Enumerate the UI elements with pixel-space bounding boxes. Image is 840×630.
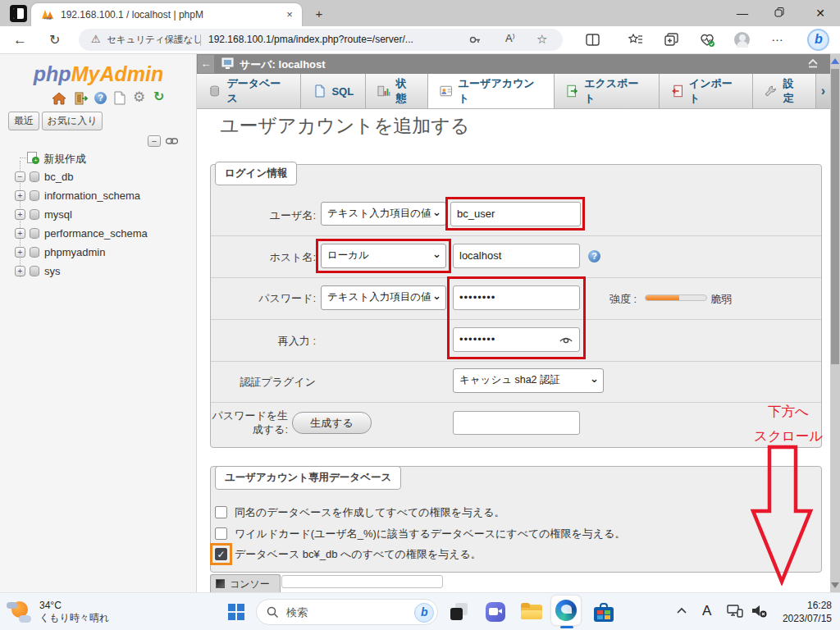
refresh-button[interactable]: ↻ (49, 32, 60, 48)
server-label[interactable]: サーバ: localhost (240, 57, 326, 72)
database-icon (30, 247, 39, 258)
expand-expander-icon[interactable]: + (15, 190, 25, 201)
import-icon (671, 84, 683, 98)
expand-expander-icon[interactable]: + (15, 247, 25, 258)
favorites-button[interactable]: お気に入り (42, 112, 103, 130)
user-database-legend: ユーザアカウント専用データベース (215, 466, 401, 490)
settings-more-icon[interactable]: … (771, 30, 784, 43)
recent-tables-button[interactable]: 最近 (8, 112, 39, 130)
weather-widget[interactable]: 34°C くもり時々晴れ (7, 597, 220, 627)
grant-bc_db-label[interactable]: データベース bc¥_db へのすべての権限を与える。 (235, 547, 482, 562)
start-button[interactable] (221, 597, 251, 627)
window-minimize-button[interactable]: — (730, 7, 755, 21)
tab-groups-icon[interactable] (664, 33, 679, 47)
home-icon[interactable] (52, 92, 66, 105)
security-warning-icon: ⚠ (91, 33, 101, 45)
username-type-select[interactable]: テキスト入力項目の値 (321, 202, 446, 226)
vertical-scrollbar[interactable] (830, 54, 840, 592)
store-bag-icon (594, 603, 614, 622)
logout-door-icon[interactable] (74, 92, 88, 105)
bing-chat-icon[interactable]: b (807, 29, 829, 51)
username-label: ユーザ名: (212, 208, 316, 223)
network-icon[interactable] (727, 604, 743, 619)
generate-button[interactable]: 生成する (292, 412, 372, 434)
wildcard-db-label[interactable]: ワイルドカード(ユーザ名_%)に該当するデータベースにすべての権限を与える。 (235, 527, 625, 541)
reload-navigation-icon[interactable]: ↻ (153, 89, 164, 104)
scroll-down-arrow-icon[interactable] (831, 582, 839, 588)
nav-back-button[interactable]: ← (198, 55, 214, 73)
tray-clock[interactable]: 16:28 2023/07/15 (783, 599, 832, 625)
tab-import[interactable]: インポート (660, 74, 754, 108)
expand-expander-icon[interactable]: + (15, 228, 25, 239)
volume-muted-icon[interactable] (751, 604, 768, 618)
favorite-star-icon[interactable]: ☆ (536, 32, 547, 47)
docs-icon[interactable] (114, 91, 126, 105)
create-same-db-label[interactable]: 同名のデータベースを作成してすべての権限を与える。 (235, 505, 505, 520)
ime-mode-indicator[interactable]: A (702, 603, 711, 619)
create-same-db-checkbox[interactable] (215, 506, 227, 518)
split-screen-icon[interactable] (586, 33, 600, 47)
tab-close-icon[interactable]: × (282, 7, 297, 22)
collapse-all-icon[interactable]: − (148, 135, 161, 147)
password-label: パスワード: (212, 291, 316, 306)
back-button[interactable]: ← (13, 32, 27, 48)
expand-expander-icon[interactable]: + (15, 266, 25, 276)
profile-avatar[interactable] (734, 32, 750, 48)
window-restore-button[interactable] (767, 7, 792, 21)
chat-button[interactable] (481, 597, 510, 627)
read-aloud-icon[interactable]: A) (505, 32, 514, 44)
console-input[interactable] (281, 575, 443, 588)
edge-active-indicator (560, 626, 573, 628)
expand-expander-icon[interactable]: + (15, 209, 25, 220)
hostname-label: ホスト名: (212, 250, 316, 265)
tab-export[interactable]: エクスポート (555, 74, 660, 108)
ms-store-button[interactable] (589, 597, 619, 627)
user-accounts-icon (440, 84, 452, 98)
folder-icon (521, 603, 542, 621)
link-icon[interactable] (166, 137, 178, 145)
settings-gear-icon[interactable]: ⚙ (133, 89, 145, 106)
tab-databases[interactable]: データベース (197, 74, 301, 108)
address-bar[interactable]: ⚠ セキュリティ保護なし 192.168.100.1/pma/index.php… (79, 29, 563, 51)
tray-chevron-up-icon[interactable] (676, 606, 687, 614)
collapse-panel-icon[interactable] (807, 58, 819, 69)
browser-essentials-icon[interactable] (700, 33, 715, 48)
phpmyadmin-favicon-icon: PMA (41, 9, 54, 20)
auth-plugin-select[interactable]: キャッシュ sha2 認証 (453, 368, 604, 393)
pma-navigation-panel: phpMyAdmin ? ⚙ ↻ 最近 お気に入り − + 新規作成 − bc_… (0, 54, 197, 592)
database-icon (30, 171, 39, 182)
phpmyadmin-logo[interactable]: phpMyAdmin (0, 62, 197, 86)
search-icon (267, 606, 279, 619)
new-tab-button[interactable]: + (312, 7, 326, 21)
windows-logo-icon (228, 604, 244, 620)
console-tab[interactable]: コンソール (210, 574, 281, 592)
more-tabs-icon[interactable]: › (816, 74, 830, 108)
login-information-legend: ログイン情報 (215, 162, 297, 185)
file-explorer-button[interactable] (517, 597, 546, 627)
host-help-icon[interactable]: ? (588, 250, 600, 262)
weather-temp: 34°C (39, 600, 109, 612)
url-text[interactable]: 192.168.100.1/pma/index.php?route=/serve… (208, 34, 469, 45)
annotation-redbox-username (445, 197, 585, 231)
task-view-button[interactable] (445, 597, 474, 627)
edge-browser-button[interactable] (551, 596, 581, 625)
scroll-up-arrow-icon[interactable] (831, 58, 839, 64)
tab-settings[interactable]: 設定 (753, 74, 815, 108)
generated-password-input[interactable] (453, 411, 580, 435)
browser-tab[interactable]: PMA 192.168.100.1 / localhost | phpM × (31, 3, 302, 26)
security-label[interactable]: セキュリティ保護なし (107, 34, 203, 46)
collapse-expander-icon[interactable]: − (15, 171, 25, 182)
tab-actions-menu-icon[interactable] (10, 5, 27, 22)
tab-user-accounts[interactable]: ユーザアカウント (428, 74, 554, 108)
scrollbar-thumb[interactable] (831, 69, 839, 364)
tab-sql[interactable]: SQL (301, 74, 366, 108)
taskbar-search-box[interactable]: 検索 b (256, 599, 438, 625)
password-key-icon[interactable] (469, 34, 482, 46)
window-close-button[interactable]: ✕ (808, 7, 833, 21)
password-type-select[interactable]: テキスト入力項目の値 (321, 285, 446, 310)
collections-icon[interactable] (628, 33, 643, 47)
hostname-input[interactable]: localhost (453, 244, 580, 268)
wildcard-db-checkbox[interactable] (215, 527, 227, 540)
tab-status[interactable]: 状態 (366, 74, 428, 108)
help-icon[interactable]: ? (94, 92, 107, 104)
